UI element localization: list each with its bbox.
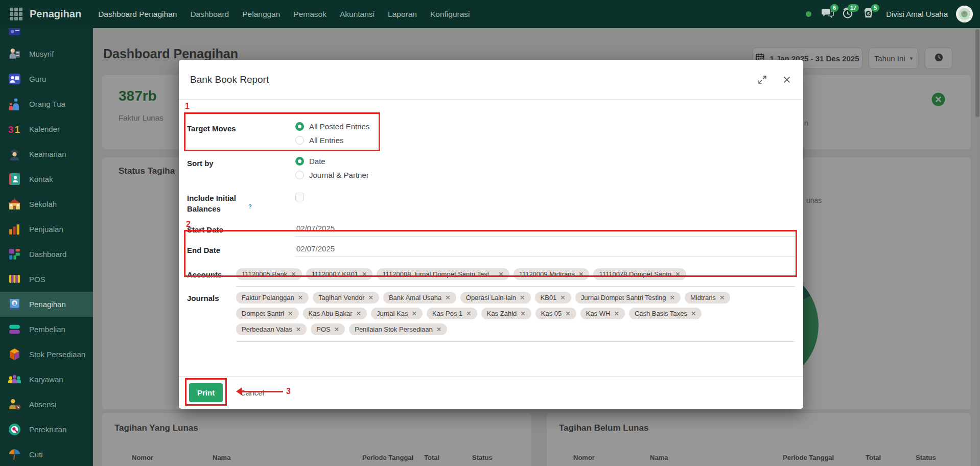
tag-remove-icon[interactable]: ✕ (288, 310, 293, 317)
sidebar-item-pembelian[interactable]: Pembelian (0, 317, 93, 342)
nav-menu-item[interactable]: Akuntansi (333, 0, 381, 28)
sidebar-item-orang-tua[interactable]: Orang Tua (0, 91, 93, 116)
bank-book-report-dialog: Bank Book Report Target Moves All Posted… (179, 60, 803, 409)
tag-remove-icon[interactable]: ✕ (719, 294, 725, 301)
tag-remove-icon[interactable]: ✕ (362, 270, 367, 278)
tag-remove-icon[interactable]: ✕ (298, 294, 303, 301)
apps-grid-icon[interactable] (7, 6, 25, 23)
absensi-icon (8, 398, 21, 411)
tag-remove-icon[interactable]: ✕ (520, 310, 525, 317)
radio-selected-icon[interactable] (295, 157, 304, 166)
sidebar-item-label: Pembelian (29, 325, 65, 334)
sales-money-button[interactable]: $ 5 (860, 7, 876, 22)
field-label: Start Date (187, 223, 295, 237)
print-button[interactable]: Print (189, 383, 223, 402)
tag-11120009-midtrans: 11120009 Midtrans✕ (514, 268, 590, 280)
tag-remove-icon[interactable]: ✕ (466, 310, 471, 317)
sidebar-item-kontak[interactable]: Kontak (0, 167, 93, 192)
tag-remove-icon[interactable]: ✕ (565, 310, 570, 317)
tag-remove-icon[interactable]: ✕ (691, 310, 696, 317)
company-name[interactable]: Divisi Amal Usaha (886, 10, 948, 18)
sidebar-item-cuti[interactable]: Cuti (0, 442, 93, 466)
nav-menu-item[interactable]: Dashboard (183, 0, 236, 28)
sidebar-item-label: Dashboard (29, 250, 66, 259)
tag-label: Kas 05 (541, 310, 562, 317)
journals-tags-input[interactable]: Faktur Pelanggan✕Tagihan Vendor✕Bank Ama… (236, 292, 795, 342)
sidebar-item-absensi[interactable]: Absensi (0, 392, 93, 417)
sidebar-item-karyawan[interactable]: Karyawan (0, 367, 93, 392)
tag-remove-icon[interactable]: ✕ (445, 294, 450, 301)
start-date-input[interactable]: 02/07/2025 (295, 223, 795, 237)
accounts-tags-input[interactable]: 11120005 Bank✕11120007 KB01✕11120008 Jur… (236, 268, 795, 287)
sidebar-item-penagihan[interactable]: $Penagihan (0, 292, 93, 317)
nav-menu-item[interactable]: Pemasok (287, 0, 333, 28)
radio-unselected-icon[interactable] (295, 171, 304, 179)
radio-option[interactable]: Journal & Partner (295, 171, 369, 179)
dashboard-icon (8, 247, 21, 261)
sidebar-item-perekrutan[interactable]: Perekrutan (0, 417, 93, 442)
expand-icon[interactable] (757, 75, 767, 85)
nav-menu-item[interactable]: Pelanggan (236, 0, 287, 28)
tag-remove-icon[interactable]: ✕ (368, 294, 373, 301)
sidebar-item-pos[interactable]: POS (0, 267, 93, 292)
svg-text:$: $ (867, 11, 870, 16)
tag-label: Jurnal Dompet Santri Testing (581, 294, 666, 301)
tag-11110078-dompet-santri: 11110078 Dompet Santri✕ (593, 268, 686, 280)
app-brand[interactable]: Penagihan (30, 8, 81, 20)
radio-option[interactable]: All Posted Entries (295, 122, 369, 131)
target-moves-radio-group: All Posted EntriesAll Entries (295, 122, 369, 145)
user-avatar[interactable] (956, 6, 973, 22)
tag-remove-icon[interactable]: ✕ (334, 325, 339, 333)
tag-kas-wh: Kas WH✕ (580, 308, 625, 319)
nav-menu-item[interactable]: Konfigurasi (424, 0, 477, 28)
sidebar-item-musyrif[interactable]: Musyrif (0, 41, 93, 66)
radio-option[interactable]: Date (295, 157, 369, 166)
tag-tagihan-vendor: Tagihan Vendor✕ (313, 292, 379, 304)
radio-unselected-icon[interactable] (295, 136, 304, 145)
messages-button[interactable]: 6 (820, 7, 835, 22)
tag-remove-icon[interactable]: ✕ (614, 310, 619, 317)
tag-remove-icon[interactable]: ✕ (436, 325, 441, 333)
guru-icon (8, 72, 21, 86)
tag-kb01: KB01✕ (535, 292, 571, 304)
sidebar-item-keamanan[interactable]: Keamanan (0, 142, 93, 167)
radio-option-label: All Posted Entries (309, 122, 369, 131)
nav-menu-item[interactable]: Laporan (381, 0, 424, 28)
tag-faktur-pelanggan: Faktur Pelanggan✕ (236, 292, 309, 304)
activities-button[interactable]: 17 (840, 7, 855, 22)
tag-remove-icon[interactable]: ✕ (411, 310, 416, 317)
tag-midtrans: Midtrans✕ (685, 292, 730, 304)
radio-option[interactable]: All Entries (295, 136, 369, 145)
radio-selected-icon[interactable] (295, 122, 304, 131)
sidebar-item-penjualan[interactable]: Penjualan (0, 217, 93, 242)
sidebar-item-dashboard[interactable]: Dashboard (0, 242, 93, 267)
tag-remove-icon[interactable]: ✕ (670, 294, 675, 301)
tag-remove-icon[interactable]: ✕ (296, 325, 301, 333)
tag-remove-icon[interactable]: ✕ (356, 310, 361, 317)
include-initial-balances-checkbox[interactable] (295, 193, 304, 201)
tag-jurnal-dompet-santri-testing: Jurnal Dompet Santri Testing✕ (575, 292, 681, 304)
svg-text:3: 3 (8, 124, 13, 135)
help-icon[interactable]: ? (248, 203, 252, 209)
kalender-icon: 31 (8, 122, 21, 136)
dialog-header: Bank Book Report (179, 60, 803, 100)
tag-remove-icon[interactable]: ✕ (560, 294, 565, 301)
end-date-input[interactable]: 02/07/2025 (295, 244, 795, 257)
sidebar-item-label: Kontak (29, 175, 53, 183)
sidebar-item-kalender[interactable]: 31Kalender (0, 116, 93, 142)
tag-kas-zahid: Kas Zahid✕ (481, 308, 531, 319)
cancel-button[interactable]: Cancel (240, 388, 264, 397)
sidebar-item-stok-persediaan[interactable]: Stok Persediaan (0, 342, 93, 367)
sidebar-item-guru[interactable]: Guru (0, 66, 93, 91)
tag-remove-icon[interactable]: ✕ (578, 270, 584, 278)
tag-11120008-jurnal-dompet-santri-test-: 11120008 Jurnal Dompet Santri Test...✕ (377, 268, 509, 280)
tag-remove-icon[interactable]: ✕ (498, 270, 503, 278)
tag-remove-icon[interactable]: ✕ (520, 294, 525, 301)
tag-label: POS (316, 325, 330, 333)
sidebar-item-partial[interactable] (0, 28, 93, 41)
sidebar-item-sekolah[interactable]: Sekolah (0, 192, 93, 217)
nav-menu-item[interactable]: Dashboard Penagihan (91, 0, 183, 28)
tag-remove-icon[interactable]: ✕ (675, 270, 680, 278)
tag-remove-icon[interactable]: ✕ (291, 270, 296, 278)
close-icon[interactable] (782, 75, 792, 85)
